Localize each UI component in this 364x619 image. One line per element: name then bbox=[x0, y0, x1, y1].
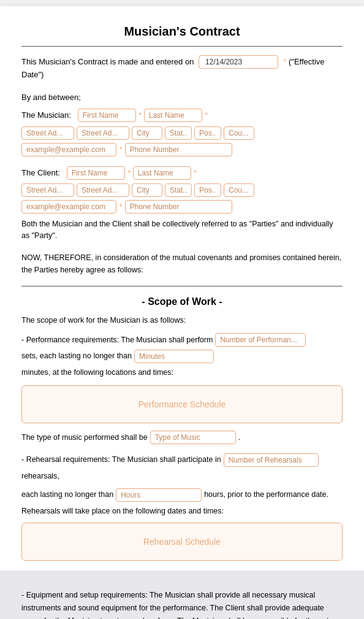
client-email[interactable] bbox=[21, 200, 116, 213]
performance-schedule-box[interactable]: Performance Schedule bbox=[21, 385, 343, 423]
hours-input[interactable] bbox=[116, 488, 202, 502]
rehearsal-schedule-box[interactable]: Rehearsal Schedule bbox=[21, 523, 343, 561]
page-title: Musician's Contract bbox=[21, 25, 343, 39]
client-label: The Client: bbox=[21, 168, 60, 177]
musician-label: The Musician: bbox=[21, 110, 71, 120]
perf-req-suffix: sets, each lasting no longer than bbox=[21, 349, 132, 363]
by-and-between: By and between; bbox=[21, 90, 343, 104]
page-container: Musician's Contract This Musician's Cont… bbox=[0, 6, 364, 619]
scope-divider bbox=[21, 286, 343, 286]
client-street1[interactable] bbox=[21, 183, 74, 197]
musician-contact-row: * bbox=[21, 143, 343, 156]
client-last-name[interactable] bbox=[133, 166, 191, 180]
client-postal[interactable] bbox=[194, 183, 221, 197]
musician-first-name[interactable] bbox=[78, 109, 136, 122]
musician-street2[interactable] bbox=[77, 126, 129, 140]
rehearsal-line2: each lasting no longer than hours, prior… bbox=[21, 488, 343, 502]
musician-last-name[interactable] bbox=[144, 109, 202, 122]
musician-city[interactable] bbox=[132, 126, 162, 140]
effective-date-input[interactable] bbox=[199, 55, 278, 69]
now-therefore-text: NOW, THEREFORE, in consideration of the … bbox=[21, 252, 343, 276]
musician-postal[interactable] bbox=[194, 126, 221, 140]
gray-section: - Equipment and setup requirements: The … bbox=[0, 571, 364, 619]
rehearsal-line: - Rehearsal requirements: The Musician s… bbox=[21, 453, 343, 483]
musician-section: The Musician: * * bbox=[21, 108, 343, 123]
client-section: The Client: * * bbox=[21, 166, 343, 180]
rehearsal-suffix: rehearsals, bbox=[21, 469, 59, 483]
type-music-line: The type of music performed shall be . bbox=[21, 431, 343, 444]
client-city[interactable] bbox=[132, 183, 162, 197]
perf-req-line: - Performance requirements: The Musician… bbox=[21, 333, 343, 380]
performance-schedule-label: Performance Schedule bbox=[138, 399, 226, 409]
both-parties-text: Both the Musician and the Client shall b… bbox=[21, 218, 343, 242]
client-phone[interactable] bbox=[125, 200, 232, 213]
rehearsal-lasting: each lasting no longer than bbox=[21, 488, 113, 502]
client-state[interactable] bbox=[165, 183, 192, 197]
perf-req-prefix: - Performance requirements: The Musician… bbox=[21, 333, 213, 347]
client-address-row bbox=[21, 183, 343, 197]
musician-phone[interactable] bbox=[125, 143, 232, 156]
num-rehearsals-input[interactable] bbox=[224, 453, 319, 467]
minutes-input[interactable] bbox=[134, 350, 214, 363]
rehearsal-info: Rehearsals will take place on the follow… bbox=[21, 507, 343, 515]
scope-title: - Scope of Work - bbox=[21, 296, 343, 307]
date-asterisk: * bbox=[284, 58, 287, 66]
equipment-text: - Equipment and setup requirements: The … bbox=[21, 589, 343, 619]
type-music-prefix: The type of music performed shall be bbox=[21, 433, 148, 442]
number-of-performances[interactable] bbox=[215, 333, 306, 347]
type-of-music-input[interactable] bbox=[150, 431, 236, 444]
client-street2[interactable] bbox=[77, 183, 129, 197]
rehearsal-schedule-label: Rehearsal Schedule bbox=[143, 537, 221, 547]
musician-state[interactable] bbox=[165, 126, 192, 140]
scope-intro: The scope of work for the Musician is as… bbox=[21, 316, 343, 325]
client-country[interactable] bbox=[224, 183, 254, 197]
client-contact-row: * bbox=[21, 200, 343, 213]
musician-address-row bbox=[21, 126, 343, 140]
intro-text: This Musician's Contract is made and ent… bbox=[21, 57, 194, 66]
rehearsal-prefix: - Rehearsal requirements: The Musician s… bbox=[21, 453, 221, 467]
intro-line: This Musician's Contract is made and ent… bbox=[21, 55, 343, 82]
client-first-name[interactable] bbox=[67, 166, 125, 180]
musician-country[interactable] bbox=[224, 126, 254, 140]
rehearsal-hours-suffix: hours, prior to the performance date. bbox=[204, 488, 328, 502]
perf-req-suffix2: minutes, at the following locations and … bbox=[21, 366, 173, 380]
musician-street1[interactable] bbox=[21, 126, 74, 140]
musician-email[interactable] bbox=[21, 143, 116, 156]
title-divider bbox=[21, 46, 343, 47]
